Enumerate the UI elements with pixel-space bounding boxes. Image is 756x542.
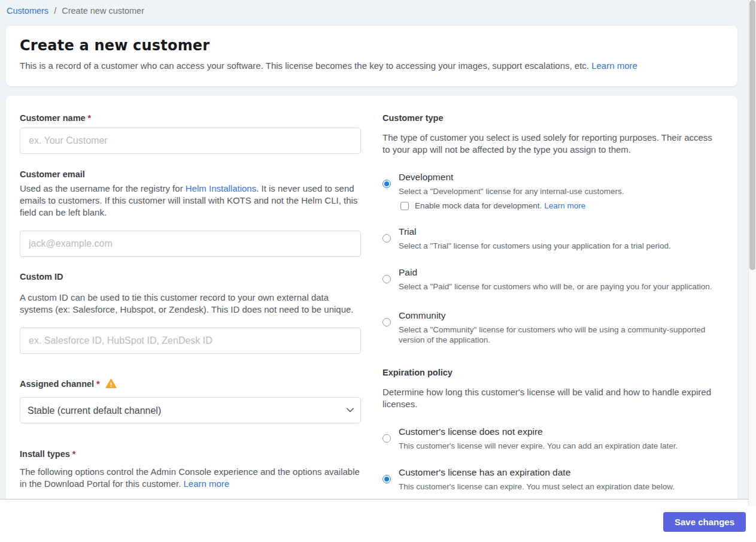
option-description: This customer's license will never expir… <box>399 441 718 451</box>
option-label: Customer's license has an expiration dat… <box>399 467 718 478</box>
radio-trial[interactable] <box>382 234 391 243</box>
customer-email-description: Used as the username for the registry fo… <box>20 183 361 219</box>
option-description: This customer's license can expire. You … <box>399 482 718 492</box>
option-label: Customer's license does not expire <box>399 426 718 437</box>
page-description: This is a record of a customer who can a… <box>20 60 724 71</box>
email-desc-before: Used as the username for the registry fo… <box>20 183 186 193</box>
expiration-option-no-expire: Customer's license does not expire This … <box>382 426 718 451</box>
customer-type-option-paid: Paid Select a "Paid" license for custome… <box>382 267 718 292</box>
custom-id-label-text: Custom ID <box>20 272 63 281</box>
option-label: Paid <box>399 267 718 278</box>
mock-data-checkbox[interactable] <box>400 202 409 210</box>
breadcrumb-separator: / <box>54 6 56 16</box>
assigned-channel-select[interactable]: Stable (current default channel) <box>20 397 361 423</box>
option-label: Community <box>399 310 718 321</box>
radio-development[interactable] <box>382 180 391 188</box>
mock-data-learn-more-link[interactable]: Learn more <box>544 201 585 210</box>
scrollbar-track[interactable] <box>748 0 756 506</box>
customer-type-description: The type of customer you select is used … <box>382 132 715 156</box>
required-asterisk: * <box>96 379 100 389</box>
radio-license-does-not-expire[interactable] <box>382 434 391 443</box>
save-footer-bar: Save changes <box>0 499 756 542</box>
assigned-channel-label-text: Assigned channel <box>20 379 94 389</box>
customer-name-input[interactable] <box>20 128 361 154</box>
required-asterisk: * <box>72 449 76 459</box>
assigned-channel-label: Assigned channel * <box>20 379 361 389</box>
install-types-label: Install types * <box>20 449 361 459</box>
install-types-label-text: Install types <box>20 449 70 459</box>
page-header-card: Create a new customer This is a record o… <box>6 26 737 86</box>
option-label: Development <box>399 171 718 183</box>
customer-email-input[interactable] <box>20 231 361 257</box>
option-description: Select a "Trial" license for customers u… <box>399 241 718 251</box>
expiration-option-has-date: Customer's license has an expiration dat… <box>382 467 718 492</box>
form-left-column: Customer name * Customer email Used as t… <box>20 113 361 542</box>
page-description-text: This is a record of a customer who can a… <box>20 60 589 71</box>
mock-data-row: Enable mock data for development. Learn … <box>400 201 718 210</box>
customer-name-label-text: Customer name <box>20 113 86 123</box>
option-content: Trial Select a "Trial" license for custo… <box>399 226 718 251</box>
warning-icon <box>105 379 117 389</box>
customer-form-card: Customer name * Customer email Used as t… <box>6 96 737 542</box>
header-learn-more-link[interactable]: Learn more <box>591 60 637 71</box>
mock-data-label-text: Enable mock data for development. <box>415 201 542 210</box>
option-content: Community Select a "Community" license f… <box>399 310 718 345</box>
option-label: Trial <box>399 226 718 237</box>
customer-email-label: Customer email <box>20 169 361 179</box>
expiration-policy-heading: Expiration policy <box>382 368 718 377</box>
option-description: Select a "Community" license for custome… <box>399 325 718 345</box>
customer-email-label-text: Customer email <box>20 169 85 179</box>
install-types-description: The following options control the Admin … <box>20 466 361 490</box>
radio-paid[interactable] <box>382 275 391 283</box>
breadcrumb-current: Create new customer <box>62 6 144 16</box>
required-asterisk: * <box>88 113 92 123</box>
option-description: Select a "Paid" license for customers wh… <box>399 281 718 292</box>
scrollbar-thumb[interactable] <box>749 0 755 270</box>
option-content: Development Select a "Development" licen… <box>399 171 718 210</box>
option-content: Customer's license does not expire This … <box>399 426 718 451</box>
customer-type-heading: Customer type <box>382 113 718 123</box>
customer-type-option-trial: Trial Select a "Trial" license for custo… <box>382 226 718 251</box>
install-types-learn-more-link[interactable]: Learn more <box>183 479 229 489</box>
option-content: Paid Select a "Paid" license for custome… <box>399 267 718 292</box>
customer-type-option-community: Community Select a "Community" license f… <box>382 310 718 345</box>
radio-license-has-expiration[interactable] <box>382 475 391 483</box>
save-changes-button[interactable]: Save changes <box>663 512 746 532</box>
custom-id-input[interactable] <box>20 328 361 354</box>
customer-type-option-development: Development Select a "Development" licen… <box>382 171 718 210</box>
page-title: Create a new customer <box>20 37 724 54</box>
option-description: Select a "Development" license for any i… <box>399 186 718 196</box>
expiration-policy-description: Determine how long this customer's licen… <box>382 386 715 410</box>
custom-id-label: Custom ID <box>20 272 361 281</box>
breadcrumb: Customers / Create new customer <box>7 6 144 16</box>
radio-community[interactable] <box>382 318 391 326</box>
custom-id-description: A custom ID can be used to tie this cust… <box>20 292 361 316</box>
customer-name-label: Customer name * <box>20 113 361 123</box>
helm-installations-link[interactable]: Helm Installations <box>186 183 256 193</box>
mock-data-label: Enable mock data for development. Learn … <box>415 201 585 210</box>
form-right-column: Customer type The type of customer you s… <box>382 113 718 542</box>
option-content: Customer's license has an expiration dat… <box>399 467 718 492</box>
breadcrumb-customers-link[interactable]: Customers <box>7 6 48 16</box>
